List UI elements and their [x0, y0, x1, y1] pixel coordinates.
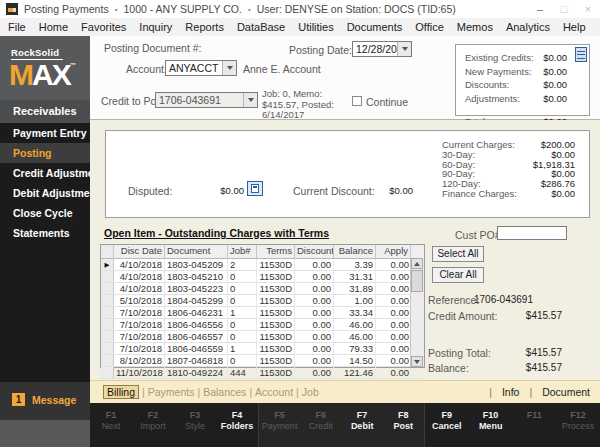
- cell-job[interactable]: 0: [228, 283, 257, 294]
- table-row[interactable]: 4/10/2018 1803-045210 0 11530D 0.00 31.3…: [101, 271, 424, 283]
- function-key-button[interactable]: F3Style: [174, 403, 216, 447]
- menu-item[interactable]: Documents: [347, 21, 403, 33]
- scroll-down-button[interactable]: [411, 356, 423, 367]
- cell-discount[interactable]: 0.00: [295, 295, 334, 306]
- cell-document[interactable]: 1803-045209: [165, 259, 228, 270]
- cell-job[interactable]: 0: [228, 355, 257, 366]
- column-header[interactable]: Disc Date: [114, 245, 165, 258]
- sidebar-item[interactable]: Credit Adjustment: [0, 163, 90, 183]
- table-row[interactable]: 7/10/2018 1806-046556 0 11530D 0.00 46.0…: [101, 319, 424, 331]
- table-scrollbar[interactable]: [410, 258, 424, 367]
- cell-balance[interactable]: 14.50: [334, 355, 376, 366]
- menu-item[interactable]: Home: [39, 21, 68, 33]
- bottom-link[interactable]: Info: [502, 386, 520, 398]
- minimize-button[interactable]: –: [528, 3, 552, 15]
- cell-discount[interactable]: 0.00: [295, 343, 334, 354]
- cell-apply[interactable]: 0.00: [376, 355, 411, 366]
- cell-terms[interactable]: 11530D: [257, 355, 295, 366]
- table-row[interactable]: 4/10/2018 1803-045223 0 11530D 0.00 31.8…: [101, 283, 424, 295]
- cell-job[interactable]: 0: [228, 331, 257, 342]
- cell-document[interactable]: 1804-045299: [165, 295, 228, 306]
- cell-balance[interactable]: 33.34: [334, 307, 376, 318]
- menu-item[interactable]: DataBase: [237, 21, 285, 33]
- cell-terms[interactable]: 11530D: [257, 319, 295, 330]
- tab[interactable]: Job: [302, 386, 319, 398]
- table-row[interactable]: ▶ 4/10/2018 1803-045209 2 11530D 0.00 3.…: [101, 259, 424, 271]
- clear-all-button[interactable]: Clear All: [432, 267, 484, 283]
- table-row[interactable]: 5/10/2018 1804-045299 0 11530D 0.00 1.00…: [101, 295, 424, 307]
- calculator-button[interactable]: [247, 181, 263, 196]
- cell-apply[interactable]: 0.00: [376, 259, 411, 270]
- cell-document[interactable]: 1806-046557: [165, 331, 228, 342]
- credit-to-post-dropdown-button[interactable]: [243, 93, 257, 107]
- column-header[interactable]: Document: [165, 245, 228, 258]
- cell-discount[interactable]: 0.00: [295, 331, 334, 342]
- cell-job[interactable]: 2: [228, 259, 257, 270]
- function-key-button[interactable]: F5Payment: [259, 403, 300, 447]
- sidebar-item[interactable]: Statements: [0, 223, 90, 243]
- menu-item[interactable]: Help: [563, 21, 586, 33]
- column-header[interactable]: Terms: [257, 245, 295, 258]
- cell-document[interactable]: 1803-045210: [165, 271, 228, 282]
- menu-item[interactable]: Favorites: [81, 21, 126, 33]
- row-selector[interactable]: [101, 319, 114, 330]
- scrollbar-thumb[interactable]: [411, 270, 423, 292]
- cell-terms[interactable]: 11530D: [257, 367, 295, 378]
- row-selector[interactable]: ▶: [101, 259, 114, 270]
- cell-job[interactable]: 0: [228, 295, 257, 306]
- tab[interactable]: Balances: [203, 386, 246, 398]
- cust-po-input[interactable]: [497, 226, 567, 240]
- cell-document[interactable]: 1806-046559: [165, 343, 228, 354]
- tab[interactable]: Payments: [148, 386, 195, 398]
- cell-job[interactable]: 1: [228, 343, 257, 354]
- cell-balance[interactable]: 31.89: [334, 283, 376, 294]
- menu-item[interactable]: Office: [415, 21, 444, 33]
- cell-terms[interactable]: 11530D: [257, 259, 295, 270]
- credit-to-post-combo[interactable]: 1706-043691: [155, 92, 258, 108]
- cell-balance[interactable]: 3.39: [334, 259, 376, 270]
- cell-discount[interactable]: 0.00: [295, 367, 334, 378]
- posting-date-dropdown-button[interactable]: [397, 42, 411, 56]
- cell-discount[interactable]: 0.00: [295, 307, 334, 318]
- column-header[interactable]: Balance: [334, 245, 376, 258]
- message-area[interactable]: 1 Message: [0, 382, 90, 420]
- cell-apply[interactable]: 0.00: [376, 283, 411, 294]
- cell-apply[interactable]: 0.00: [376, 343, 411, 354]
- cell-document[interactable]: 1810-049224: [165, 367, 228, 378]
- cell-disc-date[interactable]: 4/10/2018: [114, 271, 165, 282]
- table-row[interactable]: 11/10/2018 1810-049224 444 11530D 0.00 1…: [101, 367, 424, 379]
- message-label[interactable]: Message: [32, 394, 76, 406]
- sidebar-item[interactable]: Posting: [0, 143, 90, 163]
- sidebar-item[interactable]: Close Cycle: [0, 203, 90, 223]
- function-key-button[interactable]: F1Next: [90, 403, 132, 447]
- row-selector[interactable]: [101, 271, 114, 282]
- cell-apply[interactable]: 0.00: [376, 295, 411, 306]
- cell-balance[interactable]: 46.00: [334, 319, 376, 330]
- column-header[interactable]: Apply: [376, 245, 411, 258]
- cell-job[interactable]: 0: [228, 319, 257, 330]
- menu-item[interactable]: Analytics: [506, 21, 550, 33]
- cell-discount[interactable]: 0.00: [295, 319, 334, 330]
- cell-discount[interactable]: 0.00: [295, 283, 334, 294]
- cell-balance[interactable]: 31.31: [334, 271, 376, 282]
- function-key-button[interactable]: F6Credit: [300, 403, 341, 447]
- maximize-button[interactable]: □: [552, 3, 576, 15]
- cell-terms[interactable]: 11530D: [257, 295, 295, 306]
- cell-disc-date[interactable]: 4/10/2018: [114, 259, 165, 270]
- cell-disc-date[interactable]: 4/10/2018: [114, 283, 165, 294]
- function-key-button[interactable]: F4Folders: [216, 403, 258, 447]
- cell-balance[interactable]: 79.33: [334, 343, 376, 354]
- sidebar-item[interactable]: Debit Adjustment: [0, 183, 90, 203]
- menu-item[interactable]: Utilities: [298, 21, 333, 33]
- cell-apply[interactable]: 0.00: [376, 307, 411, 318]
- cell-document[interactable]: 1806-046556: [165, 319, 228, 330]
- menu-item[interactable]: File: [8, 21, 26, 33]
- row-selector[interactable]: [101, 283, 114, 294]
- account-combo[interactable]: ANYACCT: [165, 60, 237, 76]
- row-selector[interactable]: [101, 355, 114, 366]
- table-row[interactable]: 7/10/2018 1806-046557 0 11530D 0.00 46.0…: [101, 331, 424, 343]
- row-selector[interactable]: [101, 331, 114, 342]
- function-key-button[interactable]: F12Process: [556, 403, 600, 447]
- row-selector[interactable]: [101, 295, 114, 306]
- cell-balance[interactable]: 1.00: [334, 295, 376, 306]
